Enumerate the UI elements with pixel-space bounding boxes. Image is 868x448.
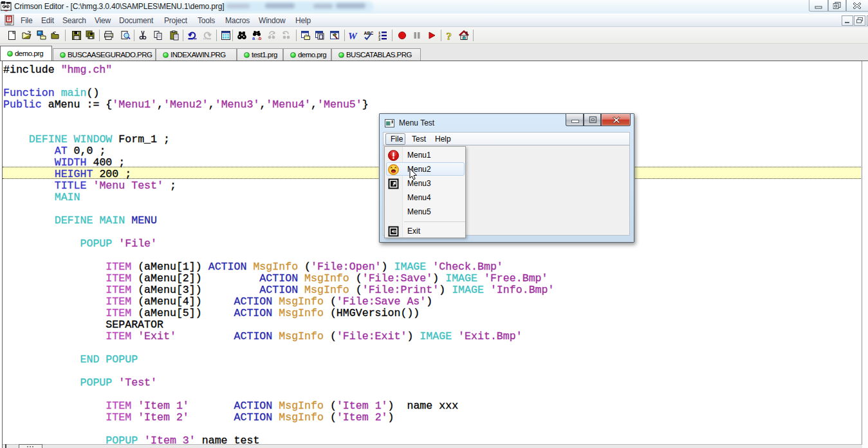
svg-text:3: 3	[378, 37, 381, 41]
svg-text:?: ?	[447, 30, 452, 41]
svg-text:ABC: ABC	[364, 31, 374, 35]
svg-text:W: W	[348, 30, 358, 41]
svg-text:b: b	[259, 36, 262, 41]
